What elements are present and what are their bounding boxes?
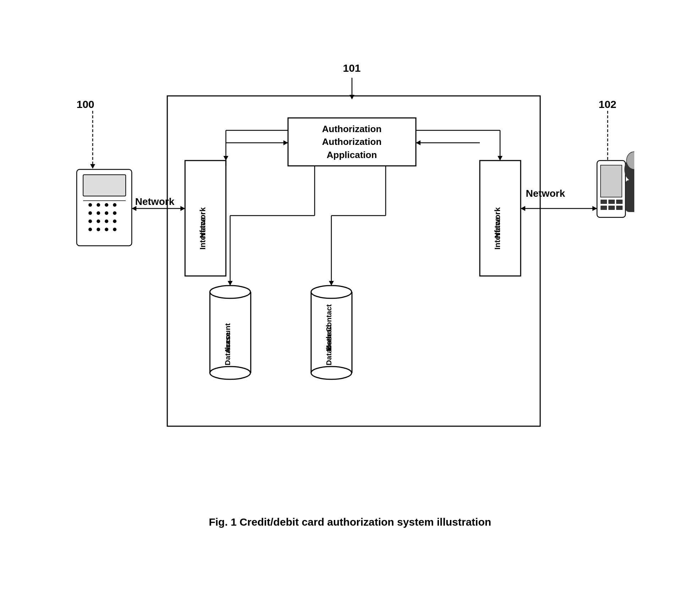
svg-point-22 [88,203,92,207]
svg-rect-43 [616,200,623,204]
svg-point-19 [311,367,352,379]
auth-box-text: Authorization Application [288,118,416,166]
svg-marker-60 [498,156,503,161]
svg-text:Network: Network [493,207,502,238]
svg-point-35 [97,228,100,231]
svg-point-28 [105,211,108,215]
svg-marker-64 [228,281,233,286]
svg-point-34 [88,228,92,231]
svg-point-32 [105,219,108,223]
svg-point-30 [88,219,92,223]
svg-marker-70 [180,206,185,211]
svg-rect-7 [288,118,416,166]
svg-point-47 [624,157,634,182]
svg-point-29 [113,211,116,215]
svg-text:Database: Database [223,332,232,365]
svg-rect-41 [601,200,607,204]
svg-point-31 [97,219,100,223]
svg-rect-42 [608,200,615,204]
svg-rect-15 [311,292,352,374]
svg-point-36 [105,228,108,231]
svg-text:User Contact: User Contact [325,304,333,351]
svg-marker-51 [283,140,288,145]
svg-marker-73 [521,206,525,211]
svg-point-37 [113,228,116,231]
svg-text:Interface: Interface [198,217,207,250]
label-101: 101 [343,62,361,74]
svg-rect-40 [601,165,622,197]
svg-marker-57 [416,140,420,145]
svg-point-26 [88,211,92,215]
svg-text:Database: Database [325,332,333,365]
network-label-left: Network [135,196,174,207]
svg-point-14 [210,367,250,379]
network-label-right: Network [526,188,565,199]
svg-rect-10 [210,292,251,374]
svg-point-49 [626,152,634,169]
svg-marker-3 [605,161,610,165]
svg-text:Account: Account [223,323,232,353]
label-100: 100 [77,98,94,110]
svg-marker-68 [329,281,334,286]
auth-app-label: Authorization [288,118,416,166]
svg-rect-45 [608,206,615,210]
svg-rect-6 [167,96,540,426]
svg-rect-8 [185,161,226,276]
svg-rect-20 [77,169,132,246]
svg-text:Network: Network [198,207,207,238]
svg-text:Interface: Interface [493,217,502,250]
svg-marker-5 [349,95,354,99]
svg-marker-74 [592,206,597,211]
svg-marker-55 [223,156,228,161]
svg-rect-46 [616,206,623,210]
diagram-area: Network Interface Network Interface Acco… [66,56,634,535]
svg-point-18 [311,286,352,298]
diagram-svg: Network Interface Network Interface Acco… [66,56,634,535]
svg-rect-39 [597,161,625,217]
label-102: 102 [599,98,617,110]
svg-point-27 [97,211,100,215]
svg-point-24 [105,203,108,207]
svg-rect-48 [625,180,634,212]
page-container: Network Interface Network Interface Acco… [0,0,700,591]
svg-rect-9 [480,161,521,276]
svg-point-25 [113,203,116,207]
figure-caption: Fig. 1 Credit/debit card authorization s… [209,516,491,528]
svg-point-23 [97,203,100,207]
svg-point-33 [113,219,116,223]
svg-point-13 [210,286,250,298]
svg-text:Method: Method [325,325,333,352]
svg-rect-21 [83,175,126,196]
svg-marker-1 [90,164,95,169]
svg-rect-44 [601,206,607,210]
